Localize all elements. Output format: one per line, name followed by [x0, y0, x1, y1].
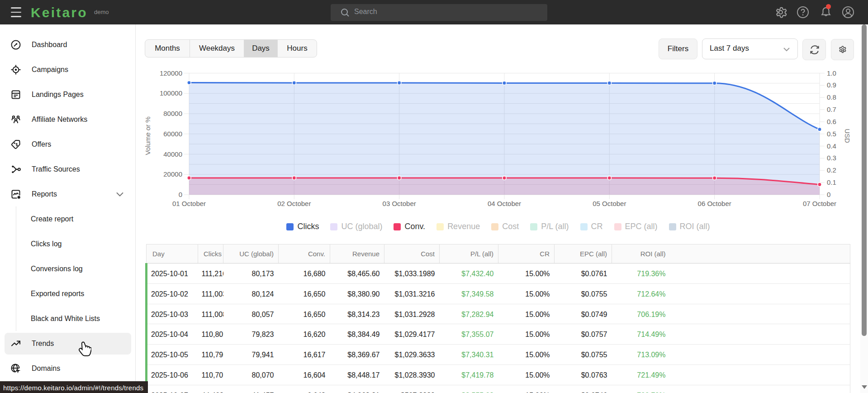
svg-text:02 October: 02 October: [277, 200, 311, 207]
svg-text:100000: 100000: [160, 89, 182, 97]
svg-text:01 October: 01 October: [172, 200, 206, 207]
svg-text:20000: 20000: [163, 170, 182, 178]
svg-text:USD: USD: [844, 129, 851, 143]
svg-text:06 October: 06 October: [698, 200, 731, 207]
svg-text:07 October: 07 October: [803, 200, 836, 207]
svg-text:0.9: 0.9: [827, 81, 836, 89]
svg-text:04 October: 04 October: [488, 200, 521, 207]
svg-text:0: 0: [827, 191, 830, 198]
svg-text:05 October: 05 October: [593, 200, 626, 207]
svg-text:0.7: 0.7: [827, 105, 836, 113]
svg-text:0.5: 0.5: [827, 130, 836, 138]
svg-text:1.0: 1.0: [827, 69, 836, 77]
svg-text:120000: 120000: [160, 69, 182, 77]
svg-text:03 October: 03 October: [383, 200, 416, 207]
svg-text:60000: 60000: [163, 130, 182, 138]
svg-text:0.6: 0.6: [827, 118, 836, 125]
svg-text:0.4: 0.4: [827, 142, 836, 150]
svg-text:Volume or %: Volume or %: [144, 116, 152, 155]
svg-text:0: 0: [179, 191, 182, 198]
svg-text:40000: 40000: [163, 150, 182, 158]
svg-text:0.3: 0.3: [827, 154, 836, 162]
svg-text:0.2: 0.2: [827, 166, 836, 174]
svg-text:80000: 80000: [163, 110, 182, 117]
svg-text:0.8: 0.8: [827, 93, 836, 101]
svg-text:0.1: 0.1: [827, 178, 836, 186]
